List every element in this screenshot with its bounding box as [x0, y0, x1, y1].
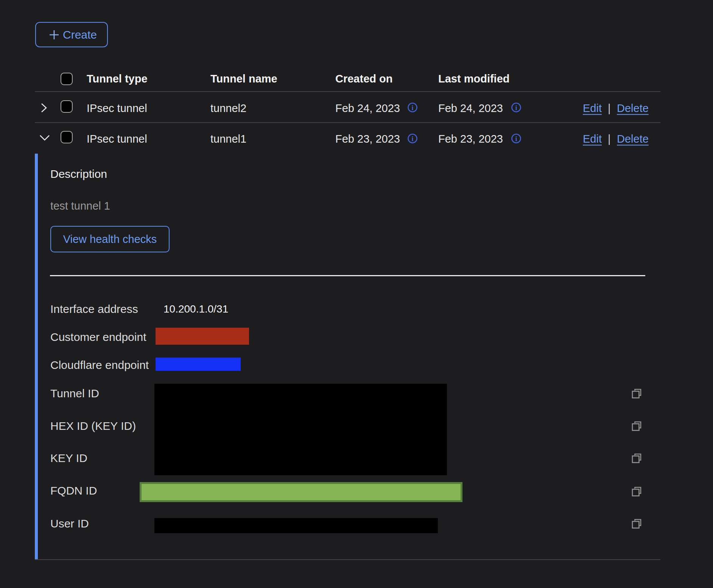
svg-text:i: i — [515, 135, 517, 143]
svg-text:i: i — [411, 135, 413, 143]
svg-text:i: i — [515, 104, 517, 112]
svg-text:i: i — [411, 104, 413, 112]
